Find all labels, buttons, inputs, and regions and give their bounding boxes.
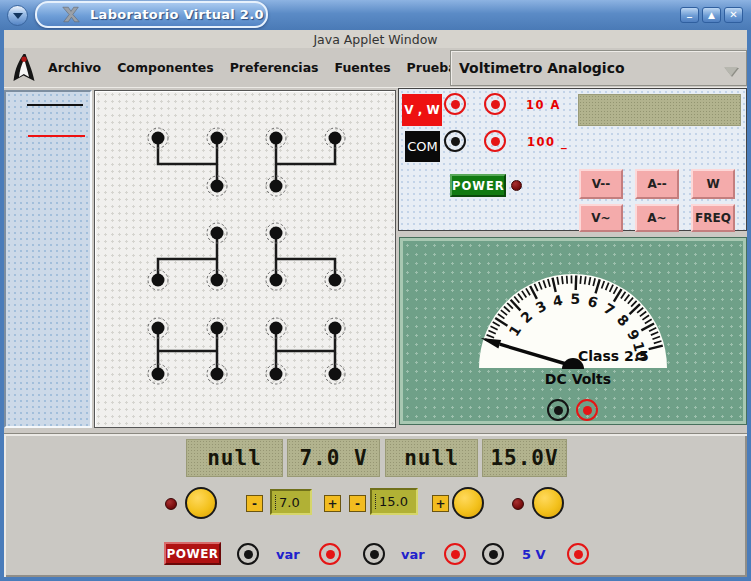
breadboard[interactable] [94,90,396,428]
voltage-input-1[interactable]: 7.0 [270,489,312,515]
menu-item-componentes[interactable]: Componentes [117,60,214,75]
minimize-button[interactable]: _ [680,7,699,23]
multimeter-power-button[interactable]: POWER [450,174,506,197]
window-menu-button[interactable] [7,5,28,26]
dropdown-arrow-icon [724,67,738,76]
range-label-10a: 10 A [526,98,561,112]
ps-led-2 [512,498,524,510]
app-window: Laboratorio Virtual 2.0 _ ▲ ✕ Java Apple… [0,0,751,581]
close-icon: ✕ [729,10,737,20]
voltmeter-jack-positive[interactable] [576,399,598,421]
voltage-knob-2[interactable] [452,487,484,519]
multimeter-jack-com-2[interactable] [484,130,506,152]
decrement-button-2[interactable]: - [349,495,366,512]
component-palette [4,90,92,428]
svg-text:5: 5 [570,291,580,307]
voltage-input-2[interactable]: 15.0 [370,488,418,515]
window-content: Java Applet Window Archivo Componentes P… [4,30,747,577]
instrument-selector[interactable]: Voltimetro Analogico [450,50,747,86]
applet-banner: Java Applet Window [4,30,747,48]
menu-item-preferencias[interactable]: Preferencias [230,60,319,75]
com-terminal-label: COM [405,131,440,162]
jack-dot [583,406,592,415]
ps-jack-pos-1[interactable] [319,543,341,565]
jack-dot [244,550,253,559]
mode-button-watt[interactable]: W [691,169,735,199]
menu-item-fuentes[interactable]: Fuentes [335,60,391,75]
circuit-board-svg[interactable] [95,91,395,427]
main-area: V , W 10 A COM 100 _ POWER V-- A-- W V~ … [4,88,747,433]
output-label-var-2: var [401,547,425,562]
mode-button-vdc[interactable]: V-- [579,169,623,199]
mode-button-aac[interactable]: A~ [635,204,679,232]
ps-jack-neg-1[interactable] [237,543,259,565]
chevron-down-icon [13,13,23,19]
maximize-button[interactable]: ▲ [702,7,721,23]
output-label-var-1: var [276,547,300,562]
jack-dot [554,406,563,415]
mode-button-adc[interactable]: A-- [635,169,679,199]
output-label-5v: 5 V [522,547,546,562]
range-label-100: 100 _ [527,135,568,149]
mode-button-vac[interactable]: V~ [579,204,623,232]
gauge-class-label: Class 2.5 [578,348,649,364]
increment-button-1[interactable]: + [324,495,341,512]
wire-tool-black[interactable] [27,104,83,106]
multimeter-jack-com-1[interactable] [444,130,466,152]
x11-logo-icon [61,6,81,23]
ps-power-button[interactable]: POWER [164,542,221,565]
ps-jack-neg-2[interactable] [363,543,385,565]
multimeter-power-led [511,180,522,191]
display-channel2-value: 15.0V [482,439,567,477]
ps-jack-pos-2[interactable] [444,543,466,565]
increment-button-2[interactable]: + [432,495,449,512]
voltage-knob-1[interactable] [185,487,217,519]
display-channel2-mode: null [385,439,478,477]
display-channel1-mode: null [186,439,283,477]
maximize-icon: ▲ [708,11,715,20]
jack-dot [491,137,500,146]
power-supply-panel: null 7.0 V null 15.0V - 7.0 + - 15.0 + P… [4,433,747,577]
jack-dot [451,137,460,146]
menubar: Archivo Componentes Preferencias Fuentes… [4,48,747,88]
instrument-selector-value: Voltimetro Analogico [459,60,625,76]
text-caret [275,495,277,510]
voltage-knob-3[interactable] [532,487,564,519]
minimize-icon: _ [687,7,692,17]
voltmeter-jack-negative[interactable] [547,399,569,421]
jack-dot [489,550,498,559]
multimeter-panel: V , W 10 A COM 100 _ POWER V-- A-- W V~ … [398,88,747,231]
vw-terminal-label: V , W [402,94,442,126]
mode-button-freq[interactable]: FREQ [691,204,735,232]
close-button[interactable]: ✕ [724,7,743,23]
gauge-svg: 12345678910 [403,241,743,421]
window-title: Laboratorio Virtual 2.0 [90,7,264,22]
jack-dot [491,100,500,109]
titlebar: Laboratorio Virtual 2.0 _ ▲ ✕ [0,0,751,30]
java-duke-icon [11,53,37,83]
jack-dot [451,100,460,109]
multimeter-jack-vw-1[interactable] [444,93,466,115]
jack-dot [370,550,379,559]
voltage-input-1-value: 7.0 [279,495,300,510]
voltmeter-panel: 12345678910 Class 2.5 DC Volts [400,238,746,424]
wire-tool-red[interactable] [28,135,85,137]
voltage-input-2-value: 15.0 [379,494,408,509]
menu-item-archivo[interactable]: Archivo [48,60,101,75]
jack-dot [574,550,583,559]
window-controls: _ ▲ ✕ [680,7,743,23]
gauge-unit-label: DC Volts [528,371,628,387]
ps-jack-neg-3[interactable] [482,543,504,565]
ps-led-1 [165,498,177,510]
multimeter-display [578,94,741,126]
jack-dot [451,550,460,559]
display-channel1-value: 7.0 V [287,439,380,477]
title-tab[interactable]: Laboratorio Virtual 2.0 [35,1,268,28]
decrement-button-1[interactable]: - [246,495,263,512]
text-caret [375,494,377,509]
multimeter-jack-vw-2[interactable] [484,93,506,115]
ps-jack-pos-3[interactable] [567,543,589,565]
jack-dot [326,550,335,559]
applet-banner-text: Java Applet Window [313,32,437,47]
